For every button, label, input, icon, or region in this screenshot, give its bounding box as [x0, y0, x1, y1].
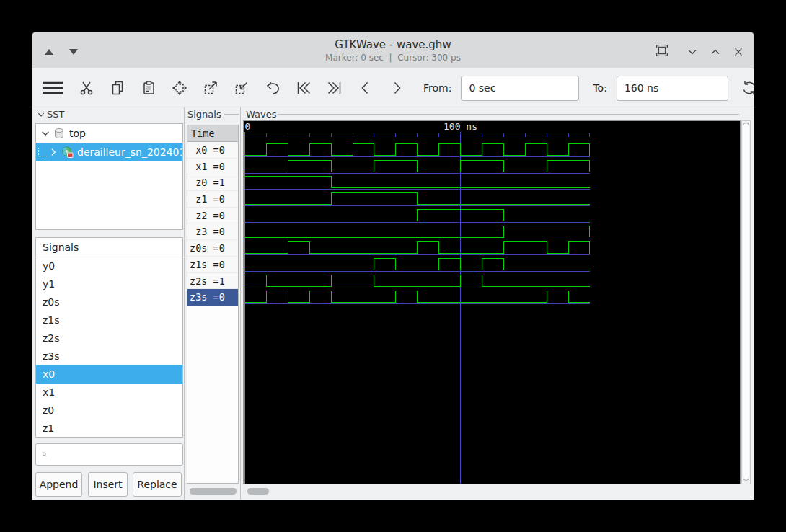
values-row[interactable]: x1 =0	[187, 159, 238, 175]
signal-list-item[interactable]: x1	[36, 384, 182, 402]
tree-node-top[interactable]: top	[36, 124, 182, 143]
append-button[interactable]: Append	[35, 472, 82, 497]
zoom-in-area-icon	[202, 79, 219, 97]
waves-frame-line	[278, 114, 739, 115]
marker-cursor-status: Marker: 0 sec | Cursor: 300 ps	[32, 53, 754, 63]
expander-right-icon[interactable]	[48, 147, 58, 157]
expander-down-icon[interactable]	[40, 128, 50, 138]
splitter-right[interactable]	[240, 107, 241, 500]
waves-hscroll-handle[interactable]	[247, 488, 269, 495]
hamburger-menu-icon	[41, 79, 64, 97]
values-rows: x0 =0 x1 =0 z0 =1 z1 =0 z2 =0 z3 =0z0s =…	[187, 142, 238, 306]
insert-button[interactable]: Insert	[88, 472, 128, 497]
ghw-module-icon	[61, 146, 74, 159]
sst-collapse-icon[interactable]	[37, 110, 45, 119]
copy-button[interactable]	[109, 79, 126, 97]
undo-button[interactable]	[264, 79, 281, 97]
signal-list-items: y0y1z0sz1sz2sz3sx0x1z0z1	[36, 257, 182, 438]
signal-list-item[interactable]: z3s	[36, 347, 182, 365]
clipboard-paste-icon	[140, 79, 157, 97]
signal-list-item[interactable]: z0	[36, 402, 182, 420]
go-to-end-button[interactable]	[326, 79, 343, 97]
signal-list-item[interactable]: y1	[36, 275, 182, 293]
window-title: GTKWave - wave.ghw	[32, 38, 754, 51]
skip-to-start-icon	[295, 79, 312, 97]
values-row[interactable]: z2s =1	[187, 273, 238, 290]
copy-icon	[109, 79, 126, 97]
toolbar: From: To:	[32, 69, 754, 107]
search-input[interactable]	[52, 444, 182, 465]
waves-frame-label: Waves	[246, 109, 276, 120]
svg-text:0: 0	[245, 121, 251, 132]
close-icon	[731, 45, 746, 59]
values-frame-label: Signals	[187, 109, 221, 120]
database-cylinder-icon	[53, 128, 65, 139]
waves-hscrollbar[interactable]	[243, 487, 751, 496]
next-edge-button[interactable]	[388, 79, 405, 97]
wave-canvas[interactable]: 0100 ns	[243, 120, 741, 484]
tree-node-label: top	[69, 128, 86, 139]
signal-list-item[interactable]: z1s	[36, 311, 182, 329]
reload-button[interactable]	[741, 79, 754, 97]
values-row[interactable]: z3 =0	[187, 223, 238, 240]
waveform-plot[interactable]: 0100 ns	[244, 121, 740, 484]
signal-list-item[interactable]: z2s	[36, 329, 182, 347]
signal-list-item[interactable]: x0	[36, 365, 182, 384]
signal-search-box[interactable]	[35, 443, 183, 466]
fit-window-button[interactable]	[654, 43, 670, 58]
tree-guide-line	[38, 148, 47, 156]
signal-list-item[interactable]: z0s	[36, 293, 182, 311]
go-to-start-button[interactable]	[295, 79, 312, 97]
cut-button[interactable]	[78, 79, 95, 97]
waves-vscroll-handle[interactable]	[743, 123, 749, 481]
chevron-right-icon	[388, 79, 405, 97]
skip-to-end-icon	[326, 79, 343, 97]
gtkwave-window: GTKWave - wave.ghw Marker: 0 sec | Curso…	[32, 32, 754, 500]
signal-search-list: Signals y0y1z0sz1sz2sz3sx0x1z0z1	[35, 237, 183, 438]
zoom-fit-button[interactable]	[171, 79, 188, 97]
values-panel: Time x0 =0 x1 =0 z0 =1 z1 =0 z2 =0 z3 =0…	[187, 125, 239, 484]
zoom-out-area-icon	[233, 79, 250, 97]
tree-node-label: derailleur_sn_20240121_	[77, 146, 182, 158]
signal-list-header: Signals	[36, 238, 182, 257]
search-icon	[42, 449, 48, 460]
values-row[interactable]: z1s =0	[187, 257, 238, 273]
maximize-button[interactable]	[707, 44, 723, 60]
prev-edge-button[interactable]	[357, 79, 374, 97]
sst-tree: top derailleur_sn_20240121_	[35, 123, 183, 230]
values-hscroll-handle[interactable]	[190, 488, 237, 495]
zoom-out-button[interactable]	[233, 79, 250, 97]
signal-list-item[interactable]: z1	[36, 420, 182, 438]
values-row[interactable]: x0 =0	[187, 142, 238, 159]
values-row[interactable]: z0s =0	[187, 240, 238, 257]
values-frame-line	[224, 114, 239, 115]
values-row[interactable]: z3s =0	[187, 289, 238, 306]
minimize-button[interactable]	[684, 44, 700, 60]
menu-button[interactable]	[41, 79, 64, 97]
chevron-left-icon	[357, 79, 374, 97]
splitter-left[interactable]	[184, 107, 185, 500]
chevron-down-icon	[685, 45, 699, 59]
signal-list-item[interactable]: y0	[36, 257, 182, 275]
to-input[interactable]	[617, 76, 728, 101]
fit-window-icon	[654, 43, 670, 58]
values-row[interactable]: z1 =0	[187, 191, 238, 208]
to-label: To:	[593, 82, 606, 94]
chevron-up-icon	[708, 45, 723, 59]
from-input[interactable]	[461, 76, 579, 101]
replace-button[interactable]: Replace	[133, 472, 182, 497]
reload-icon	[741, 79, 754, 97]
zoom-in-button[interactable]	[202, 79, 219, 97]
waves-vscrollbar[interactable]	[741, 120, 751, 484]
values-row[interactable]: z2 =0	[187, 208, 238, 224]
titlebar[interactable]: GTKWave - wave.ghw Marker: 0 sec | Curso…	[32, 32, 754, 68]
scissors-icon	[78, 79, 95, 97]
sst-frame-label: SST	[47, 109, 64, 120]
paste-button[interactable]	[140, 79, 157, 97]
values-row[interactable]: z0 =1	[187, 174, 238, 191]
tree-node-derailleur[interactable]: derailleur_sn_20240121_	[36, 143, 182, 161]
values-hscrollbar[interactable]	[187, 487, 239, 496]
from-label: From:	[423, 82, 451, 94]
close-button[interactable]	[730, 44, 746, 60]
time-column-header[interactable]: Time	[187, 125, 238, 142]
